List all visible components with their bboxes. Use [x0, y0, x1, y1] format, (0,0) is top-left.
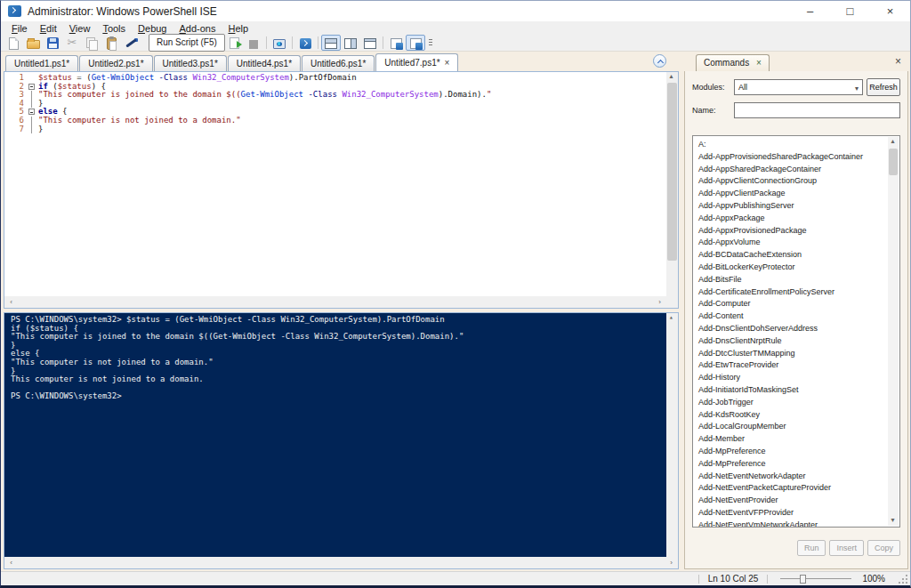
scroll-right-icon[interactable]: ›: [655, 298, 665, 307]
commands-vertical-scrollbar[interactable]: ▴▾: [888, 137, 899, 526]
clear-console-pane-button[interactable]: [121, 35, 141, 51]
console-horizontal-scrollbar[interactable]: ‹ ›: [4, 557, 678, 568]
code-token: ).PartOfDomain: [289, 74, 357, 83]
command-item[interactable]: Add-DnsClientDohServerAddress: [698, 323, 887, 335]
code-editor[interactable]: 1$status = (Get-WmiObject -Class Win32_C…: [4, 74, 666, 296]
scroll-up-icon[interactable]: ▴: [888, 137, 898, 147]
zoom-slider-thumb[interactable]: [800, 575, 806, 584]
command-item[interactable]: Add-AppSharedPackageContainer: [698, 164, 887, 176]
tab-untitled4ps1[interactable]: Untitled4.ps1*: [228, 55, 301, 71]
command-item[interactable]: Add-KdsRootKey: [698, 409, 887, 422]
command-item[interactable]: Add-MpPreference: [698, 446, 887, 458]
command-item[interactable]: Add-Content: [698, 310, 887, 323]
menu-tools[interactable]: Tools: [96, 23, 132, 34]
tab-untitled2ps1[interactable]: Untitled2.ps1*: [79, 55, 152, 71]
command-item[interactable]: Add-BitLockerKeyProtector: [698, 262, 887, 274]
maximize-button[interactable]: □: [830, 1, 870, 21]
minimize-button[interactable]: –: [790, 1, 830, 21]
command-item[interactable]: Add-NetEventVFPProvider: [698, 507, 887, 520]
command-item[interactable]: Add-EtwTraceProvider: [698, 359, 887, 372]
command-item[interactable]: Add-AppxProvisionedPackage: [698, 225, 887, 238]
tab-commands[interactable]: Commands ×: [696, 54, 770, 71]
run-selection-button[interactable]: [224, 35, 244, 51]
editor-horizontal-scrollbar[interactable]: ‹ ›: [4, 296, 666, 308]
show-commands-addon-button[interactable]: [406, 35, 425, 51]
tab-untitled1ps1[interactable]: Untitled1.ps1*: [5, 55, 78, 71]
script-editor-pane[interactable]: 1$status = (Get-WmiObject -Class Win32_C…: [4, 71, 679, 309]
scrollbar-thumb[interactable]: [667, 83, 677, 261]
tab-untitled3ps1[interactable]: Untitled3.ps1*: [154, 55, 227, 71]
scrollbar-thumb[interactable]: [889, 149, 898, 175]
menu-debug[interactable]: Debug: [132, 23, 173, 34]
start-powershell-button[interactable]: [295, 35, 315, 51]
command-item[interactable]: Add-InitiatorIdToMaskingSet: [698, 384, 887, 397]
resize-grip[interactable]: [898, 574, 908, 584]
copy-button[interactable]: [82, 35, 101, 51]
pane-top-button[interactable]: [321, 35, 341, 51]
command-item[interactable]: Add-AppvClientConnectionGroup: [698, 175, 887, 188]
command-item[interactable]: Add-JobTrigger: [698, 397, 887, 409]
refresh-button[interactable]: Refresh: [867, 78, 900, 96]
command-item[interactable]: Add-BitsFile: [698, 274, 887, 286]
command-item[interactable]: Add-CertificateEnrollmentPolicyServer: [698, 286, 887, 299]
command-item[interactable]: Add-DtcClusterTMMapping: [698, 348, 887, 360]
command-item[interactable]: Add-LocalGroupMember: [698, 421, 887, 433]
collapse-region-icon[interactable]: [28, 84, 35, 90]
addon-pane-close-icon[interactable]: ×: [895, 55, 901, 68]
command-item[interactable]: Add-History: [698, 372, 887, 384]
console-pane[interactable]: ▴ PS C:\WINDOWS\system32> $status = (Get…: [4, 313, 678, 557]
commands-copy-button[interactable]: Copy: [867, 540, 900, 556]
new-script-button[interactable]: [4, 35, 23, 51]
pane-max-button[interactable]: [360, 35, 380, 51]
menu-help[interactable]: Help: [222, 23, 254, 34]
command-item[interactable]: Add-BCDataCacheExtension: [698, 249, 887, 262]
command-item[interactable]: Add-AppxVolume: [698, 237, 887, 249]
menu-view[interactable]: View: [63, 23, 97, 34]
zoom-slider[interactable]: [780, 574, 851, 584]
new-remote-powershell-tab-button[interactable]: [270, 35, 289, 51]
new-ps-tab-button[interactable]: [386, 35, 406, 51]
tab-close-icon[interactable]: ×: [445, 58, 450, 68]
command-item[interactable]: Add-NetEventProvider: [698, 495, 887, 507]
stop-operation-button[interactable]: [244, 35, 263, 51]
commands-insert-button[interactable]: Insert: [829, 540, 864, 556]
tab-untitled7ps1[interactable]: Untitled7.ps1*×: [375, 53, 458, 71]
command-item[interactable]: Add-MpPreference: [698, 458, 887, 471]
paste-button[interactable]: [101, 35, 121, 51]
command-item[interactable]: Add-Computer: [698, 298, 887, 310]
command-item[interactable]: Add-Member: [698, 433, 887, 446]
commands-list[interactable]: A:Add-AppProvisionedSharedPackageContain…: [692, 135, 900, 528]
collapse-editor-button[interactable]: [653, 54, 666, 68]
save-script-button[interactable]: [43, 35, 62, 51]
name-filter-input[interactable]: [734, 102, 900, 118]
command-item[interactable]: Add-NetEventVmNetworkAdapter: [698, 520, 887, 528]
cut-button[interactable]: ✂: [62, 35, 82, 51]
console-vertical-scrollbar[interactable]: ▴: [666, 313, 678, 557]
scroll-down-icon[interactable]: ▾: [888, 516, 898, 526]
command-item[interactable]: Add-NetEventNetworkAdapter: [698, 471, 887, 483]
command-item[interactable]: Add-AppvPublishingServer: [698, 200, 887, 213]
command-item[interactable]: Add-NetEventPacketCaptureProvider: [698, 482, 887, 495]
close-button[interactable]: ×: [870, 1, 910, 21]
command-item[interactable]: Add-AppProvisionedSharedPackageContainer: [698, 151, 887, 164]
scroll-left-icon[interactable]: ‹: [6, 559, 16, 568]
editor-vertical-scrollbar[interactable]: ▴: [666, 72, 678, 296]
tab-untitled6ps1[interactable]: Untitled6.ps1*: [302, 55, 375, 71]
open-script-button[interactable]: [23, 35, 43, 51]
command-item[interactable]: Add-AppxPackage: [698, 213, 887, 225]
menu-edit[interactable]: Edit: [34, 23, 63, 34]
menu-addons[interactable]: Add-ons: [173, 23, 222, 34]
scroll-right-icon[interactable]: ›: [666, 559, 676, 568]
toolbar-overflow-icon[interactable]: [427, 36, 434, 49]
modules-dropdown[interactable]: All ▾: [734, 79, 863, 95]
scroll-left-icon[interactable]: ‹: [6, 298, 16, 307]
command-item[interactable]: Add-AppvClientPackage: [698, 188, 887, 200]
pane-right-button[interactable]: [341, 35, 360, 51]
scroll-up-icon[interactable]: ▴: [666, 313, 676, 323]
menu-file[interactable]: File: [5, 23, 34, 34]
commands-run-button[interactable]: Run: [797, 540, 826, 556]
command-item[interactable]: Add-DnsClientNrptRule: [698, 335, 887, 348]
scroll-up-icon[interactable]: ▴: [666, 72, 676, 82]
collapse-region-icon[interactable]: [28, 109, 35, 115]
commands-tab-close-icon[interactable]: ×: [756, 58, 762, 68]
